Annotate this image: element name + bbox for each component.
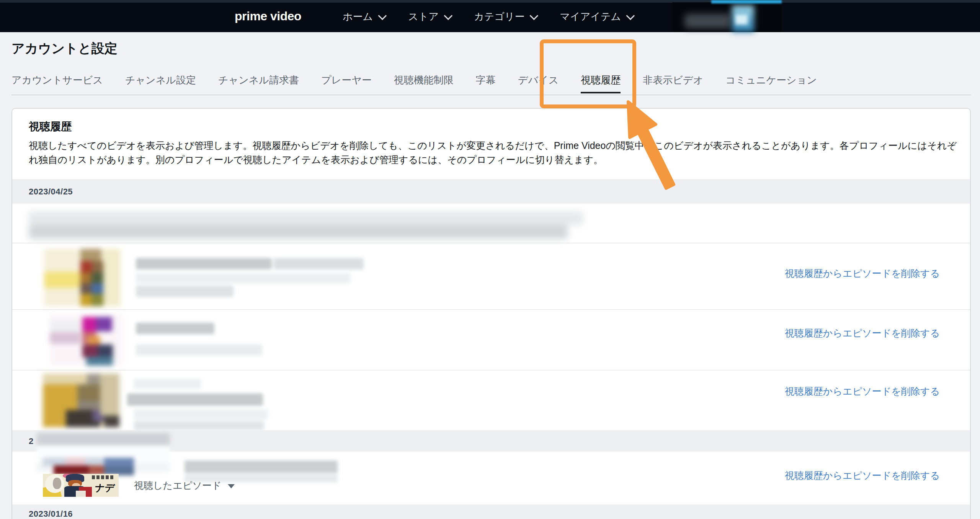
panel-description: 視聴したすべてのビデオを表示および管理します。視聴履歴からビデオを削除しても、こ… xyxy=(29,139,957,167)
tabbar-divider xyxy=(11,95,971,95)
chevron-down-icon xyxy=(626,11,635,20)
panel-heading: 視聴履歴 xyxy=(29,119,72,134)
tab-communications[interactable]: コミュニケーション xyxy=(725,73,817,93)
nav-item-store-label: ストア xyxy=(408,10,439,23)
settings-tabbar: アカウントサービス チャンネル設定 チャンネル請求書 プレーヤー 視聴機能制限 … xyxy=(11,73,817,93)
tab-viewing-restrictions[interactable]: 視聴機能制限 xyxy=(394,73,454,93)
episode-thumbnail-top-blurred xyxy=(43,458,134,475)
navbar-top-strip xyxy=(0,0,980,3)
top-navbar: prime video ホーム ストア カテゴリー マイアイテム xyxy=(0,0,980,32)
date-label: 2023/01/16 xyxy=(29,509,73,519)
row-divider xyxy=(12,243,970,243)
dropdown-caret-icon xyxy=(228,484,235,488)
profile-avatar-highlight-blur xyxy=(735,15,748,24)
tab-player[interactable]: プレーヤー xyxy=(321,73,372,93)
thumbnail-logo-text: ナディア xyxy=(90,480,119,495)
prime-video-logo[interactable]: prime video xyxy=(235,9,301,23)
tab-channel-invoices[interactable]: チャンネル請求書 xyxy=(218,73,299,93)
episode-thumbnail-blurred[interactable] xyxy=(50,314,122,366)
nav-item-categories-label: カテゴリー xyxy=(474,10,524,23)
profile-topedge-blur xyxy=(711,0,782,3)
nav-item-home[interactable]: ホーム xyxy=(343,10,384,23)
tab-account-services[interactable]: アカウントサービス xyxy=(11,73,103,93)
chevron-down-icon xyxy=(444,11,453,20)
chevron-down-icon xyxy=(378,11,387,20)
delete-from-history-link[interactable]: 視聴履歴からエピソードを削除する xyxy=(785,385,940,398)
thumbnail-art xyxy=(92,475,114,479)
delete-from-history-link[interactable]: 視聴履歴からエピソードを削除する xyxy=(785,469,940,482)
tab-watch-history[interactable]: 視聴履歴 xyxy=(581,73,621,93)
prime-video-settings-page: prime video ホーム ストア カテゴリー マイアイテム xyxy=(0,0,980,519)
nav-item-categories[interactable]: カテゴリー xyxy=(474,10,536,23)
watched-episodes-dropdown[interactable]: 視聴したエピソード xyxy=(134,479,235,492)
row-divider xyxy=(12,309,970,310)
page-title: アカウントと設定 xyxy=(11,40,118,57)
tab-devices[interactable]: デバイス xyxy=(518,73,559,93)
nav-item-home-label: ホーム xyxy=(343,10,373,23)
navbar-menu: ホーム ストア カテゴリー マイアイテム xyxy=(343,10,632,23)
tab-channel-settings[interactable]: チャンネル設定 xyxy=(125,73,196,93)
profile-name-blur xyxy=(684,14,731,28)
delete-from-history-link[interactable]: 視聴履歴からエピソードを削除する xyxy=(785,327,940,339)
nadia-episode-thumbnail[interactable]: ナディア xyxy=(43,474,119,497)
episode-thumbnail-blurred[interactable] xyxy=(44,249,121,306)
nav-item-my-items[interactable]: マイアイテム xyxy=(560,10,632,23)
tab-hidden-videos[interactable]: 非表示ビデオ xyxy=(643,73,703,93)
nav-item-store[interactable]: ストア xyxy=(408,10,450,23)
chevron-down-icon xyxy=(530,11,539,20)
watched-episodes-label: 視聴したエピソード xyxy=(134,479,222,492)
date-label: 2023/04/25 xyxy=(29,187,73,197)
nav-item-my-items-label: マイアイテム xyxy=(560,10,621,23)
date-section-header xyxy=(12,504,970,519)
delete-from-history-link[interactable]: 視聴履歴からエピソードを削除する xyxy=(785,267,940,280)
thumbnail-art xyxy=(53,478,61,489)
tab-subtitles[interactable]: 字幕 xyxy=(476,73,496,93)
date-label-partial: 2 xyxy=(29,436,34,446)
thumbnail-art xyxy=(76,491,86,497)
date-section-header xyxy=(12,179,970,204)
row-divider xyxy=(12,370,970,370)
episode-thumbnail-blurred[interactable] xyxy=(43,374,119,427)
